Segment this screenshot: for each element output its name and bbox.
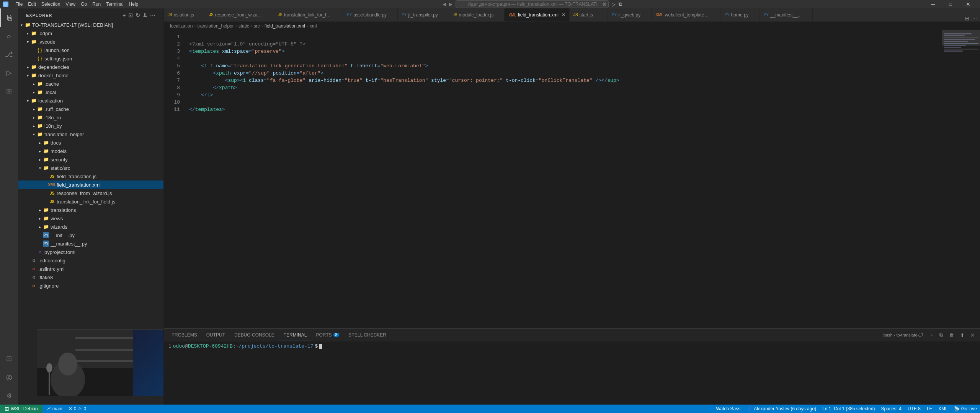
command-palette[interactable] — [456, 0, 609, 8]
tree-item-i18n[interactable]: 📁 i18n_ru — [18, 113, 163, 122]
tree-item-security[interactable]: 📁 security — [18, 155, 163, 164]
activity-source-control[interactable]: ⎇ — [0, 45, 18, 63]
more-actions-btn[interactable]: ··· — [972, 15, 977, 21]
breadcrumb-localization[interactable]: localization — [170, 23, 193, 29]
tree-item-odpm[interactable]: 📁 .odpm — [18, 29, 163, 37]
tree-item-flake8[interactable]: ⚙ .flake8 — [18, 273, 163, 281]
statusbar-spaces[interactable]: Spaces: 4 — [878, 405, 905, 413]
tab-response-wizard[interactable]: JS response_from_wizard.js ✕ — [205, 8, 274, 21]
statusbar-git-branch[interactable]: ⎇ main — [42, 405, 65, 413]
statusbar-author[interactable]: 👤 Alexander Yastev (6 days ago) — [743, 405, 819, 413]
activity-explorer[interactable]: ⎘ — [0, 8, 18, 27]
tree-item-static-src[interactable]: 📁 static/src — [18, 164, 163, 172]
collapse-all-btn[interactable]: ⇊ — [143, 12, 148, 18]
refresh-btn[interactable]: ↻ — [136, 12, 140, 18]
tree-item-eslintrc[interactable]: ⚙ .eslintrc.yml — [18, 265, 163, 273]
tab-ir-qweb[interactable]: PY ir_qweb.py ✕ — [608, 8, 652, 21]
tree-item-translation-helper[interactable]: 📁 translation_helper — [18, 130, 163, 138]
new-terminal-btn[interactable]: + — [928, 331, 936, 339]
tree-item-response-wizard-js[interactable]: JS response_from_wizard.js — [18, 189, 163, 197]
tree-item-trans-link-js[interactable]: JS translation_link_for_field.js — [18, 197, 163, 206]
tree-item-views[interactable]: 📁 views — [18, 214, 163, 223]
breadcrumb-static[interactable]: static — [238, 23, 249, 29]
split-terminal-btn[interactable]: ⧉ — [937, 331, 945, 339]
tree-root[interactable]: 📁 TO-TRANSLATE-17 [WSL: DEBIAN] — [18, 21, 163, 29]
menu-file[interactable]: File — [13, 1, 25, 8]
tree-item-manifest-py[interactable]: PY __manifest__.py — [18, 239, 163, 248]
new-file-btn[interactable]: + — [122, 12, 126, 18]
statusbar-watch-sass[interactable]: Watch Sass — [713, 405, 744, 413]
close-panel-btn[interactable]: ✕ — [968, 331, 977, 339]
statusbar-wsl[interactable]: ⊞ WSL: Debian — [0, 405, 42, 413]
activity-run[interactable]: ▷ — [0, 63, 18, 82]
win-close[interactable]: ✕ — [959, 0, 977, 8]
menu-help[interactable]: Help — [127, 1, 141, 8]
panel-tab-spell-checker[interactable]: SPELL CHECKER — [344, 330, 391, 340]
tab-manifest[interactable]: PY __manifest__... ✕ — [760, 8, 813, 21]
breadcrumb-file[interactable]: field_translation.xml — [265, 23, 305, 29]
tree-item-editorconfig[interactable]: ⚙ .editorconfig — [18, 256, 163, 265]
tree-item-cache[interactable]: 📁 .cache — [18, 80, 163, 88]
tree-item-ruff-cache[interactable]: 📁 .ruff_cache — [18, 105, 163, 113]
tab-field-translation-xml[interactable]: XML field_translation.xml ✕ — [505, 8, 570, 21]
menu-selection[interactable]: Selection — [39, 1, 62, 8]
win-minimize[interactable]: ─ — [924, 0, 942, 8]
editor-code-content[interactable]: <?xml version="1.0" encoding="UTF-8" ?> … — [183, 30, 942, 328]
menu-view[interactable]: View — [63, 1, 78, 8]
panel-tab-debug-console[interactable]: DEBUG CONSOLE — [230, 330, 279, 340]
tree-item-models[interactable]: 📁 models — [18, 147, 163, 155]
tree-item-translations[interactable]: 📁 translations — [18, 206, 163, 214]
breadcrumb-translation-helper[interactable]: translation_helper — [197, 23, 234, 29]
breadcrumb-xml[interactable]: xml — [310, 23, 317, 29]
tab-start[interactable]: JS start.js ✕ — [570, 8, 608, 21]
new-folder-btn[interactable]: ⊡ — [128, 12, 133, 18]
breadcrumb-src[interactable]: src — [254, 23, 260, 29]
tab-assetsbundle[interactable]: PY assetsbundle.py ✕ — [343, 8, 398, 21]
tree-item-settings-json[interactable]: { } settings.json — [18, 54, 163, 63]
statusbar-go-live[interactable]: 📡 Go Live — [951, 405, 980, 413]
activity-accounts[interactable]: ◎ — [0, 368, 18, 386]
tree-item-field-translation-js[interactable]: JS field_translation.js — [18, 172, 163, 180]
win-maximize[interactable]: □ — [942, 0, 959, 8]
kill-terminal-btn[interactable]: 🗑 — [947, 331, 956, 339]
sidebar-menu-btn[interactable]: ··· — [150, 12, 156, 18]
maximize-panel-btn[interactable]: ⬆ — [958, 331, 967, 339]
tab-close-btn-7[interactable]: ✕ — [562, 12, 565, 18]
menu-edit[interactable]: Edit — [26, 1, 38, 8]
terminal-content[interactable]: 1 odoo @ DESKTOP-60942HB : ~/projects/to… — [164, 342, 980, 405]
tab-webclient-templates[interactable]: XML webclient_templates.xml ✕ — [652, 8, 720, 21]
nav-back[interactable]: ◀ — [443, 2, 446, 7]
nav-forward[interactable]: ▶ — [449, 2, 452, 7]
tree-item-docs[interactable]: 📁 docs — [18, 138, 163, 147]
tab-trans-link[interactable]: JS translation_link_for_field.js ✕ — [274, 8, 343, 21]
tree-item-field-translation-xml[interactable]: XML field_translation.xml — [18, 180, 163, 189]
tree-item-vscode[interactable]: 📁 .vscode — [18, 37, 163, 46]
tree-item-launch-json[interactable]: { } launch.json — [18, 46, 163, 54]
menu-terminal[interactable]: Terminal — [104, 1, 126, 8]
tab-nslation-js[interactable]: JS nslation.js ✕ — [164, 8, 205, 21]
statusbar-cursor[interactable]: Ln 1, Col 1 (385 selected) — [819, 405, 878, 413]
tree-item-dependencies[interactable]: 📁 dependencies — [18, 63, 163, 71]
menu-go[interactable]: Go — [78, 1, 89, 8]
tab-module-loader[interactable]: JS module_loader.js ✕ — [449, 8, 505, 21]
tree-item-init-py[interactable]: PY __init__.py — [18, 231, 163, 239]
tree-item-local[interactable]: 📁 .local — [18, 88, 163, 96]
panel-tab-terminal[interactable]: TERMINAL — [279, 330, 312, 340]
tree-item-pyproject-toml[interactable]: ⚙ pyproject.toml — [18, 248, 163, 256]
panel-tab-problems[interactable]: PROBLEMS — [167, 330, 202, 340]
activity-remote[interactable]: ⊡ — [0, 350, 18, 368]
statusbar-language[interactable]: XML — [935, 405, 951, 413]
statusbar-encoding[interactable]: UTF-8 — [905, 405, 924, 413]
activity-search[interactable]: ⌕ — [0, 27, 18, 45]
split-editor-btn[interactable]: ⊟ — [965, 15, 969, 21]
tree-item-docker-home[interactable]: 📁 docker_home — [18, 71, 163, 80]
panel-tab-ports[interactable]: PORTS 8 — [311, 330, 344, 340]
tree-item-i10n[interactable]: 📁 i10n_by — [18, 122, 163, 130]
statusbar-line-ending[interactable]: LF — [924, 405, 935, 413]
activity-extensions[interactable]: ⊞ — [0, 82, 18, 100]
statusbar-errors[interactable]: ✕ 0 ⚠ 0 — [65, 405, 89, 413]
tree-item-wizards[interactable]: 📁 wizards — [18, 223, 163, 231]
activity-settings[interactable]: ⚙ — [0, 386, 18, 405]
menu-run[interactable]: Run — [90, 1, 103, 8]
tab-home[interactable]: PY home.py ✕ — [720, 8, 760, 21]
